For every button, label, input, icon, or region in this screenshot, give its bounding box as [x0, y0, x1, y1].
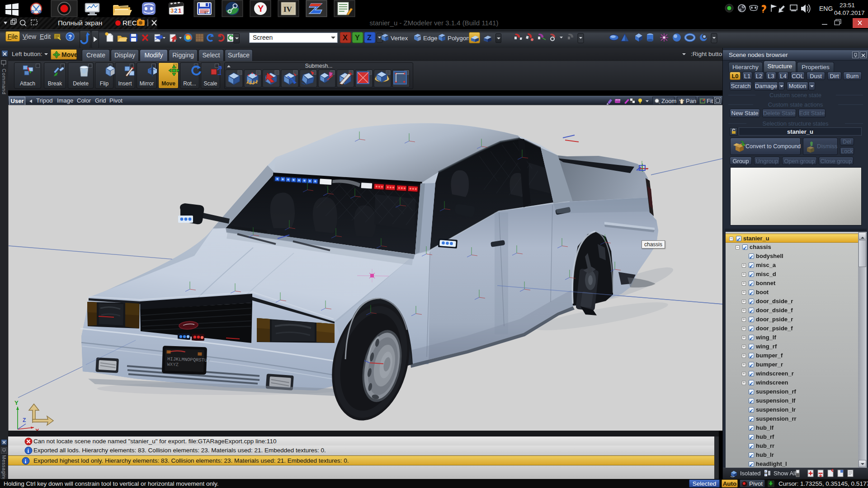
svg-text:2: 2	[174, 7, 177, 14]
svg-text:i: i	[25, 458, 27, 465]
svg-text:Z: Z	[23, 417, 26, 423]
svg-text:Y: Y	[355, 34, 360, 42]
svg-text:?: ?	[68, 33, 72, 40]
svg-text:Y: Y	[258, 4, 264, 14]
svg-text:04.07.2017: 04.07.2017	[834, 9, 865, 16]
svg-text:1: 1	[178, 7, 181, 14]
svg-text:Polygon: Polygon	[448, 35, 470, 42]
svg-text:3: 3	[170, 7, 174, 14]
svg-text:Y: Y	[14, 399, 19, 406]
svg-text:i: i	[28, 447, 29, 454]
svg-text:64: 64	[204, 11, 208, 14]
svg-text:Edge: Edge	[423, 35, 438, 42]
svg-text:X: X	[343, 34, 348, 42]
svg-text:Z: Z	[367, 34, 372, 42]
svg-text:X: X	[35, 427, 39, 431]
svg-text:WXYZ: WXYZ	[167, 361, 179, 367]
svg-text:23:51: 23:51	[840, 2, 855, 9]
svg-text:Vertex: Vertex	[391, 35, 408, 42]
svg-text:ENG: ENG	[819, 5, 833, 12]
svg-text:IV: IV	[283, 5, 292, 14]
